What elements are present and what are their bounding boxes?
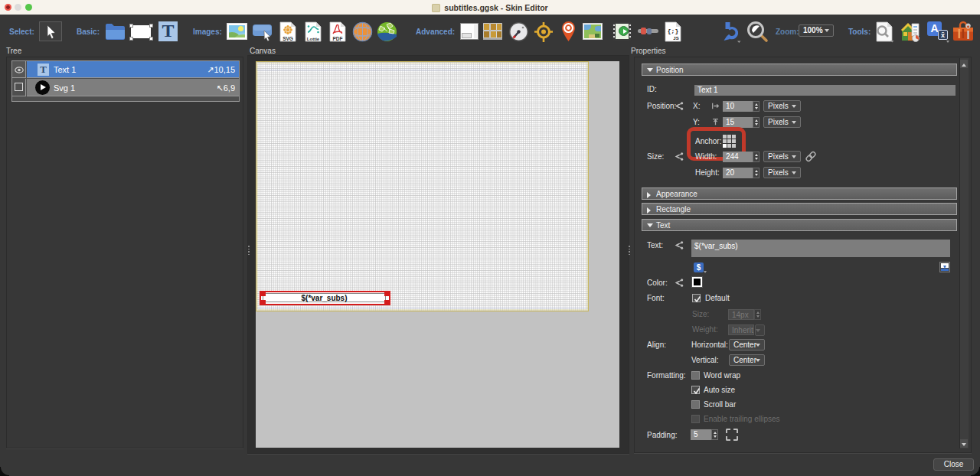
svg-text:Lottie: Lottie [307,37,320,41]
svg-text:PDF: PDF [333,36,343,41]
svg-text:SVG: SVG [283,36,293,41]
svg-text:{;}: {;} [668,28,679,34]
svg-text:JS: JS [673,36,678,41]
